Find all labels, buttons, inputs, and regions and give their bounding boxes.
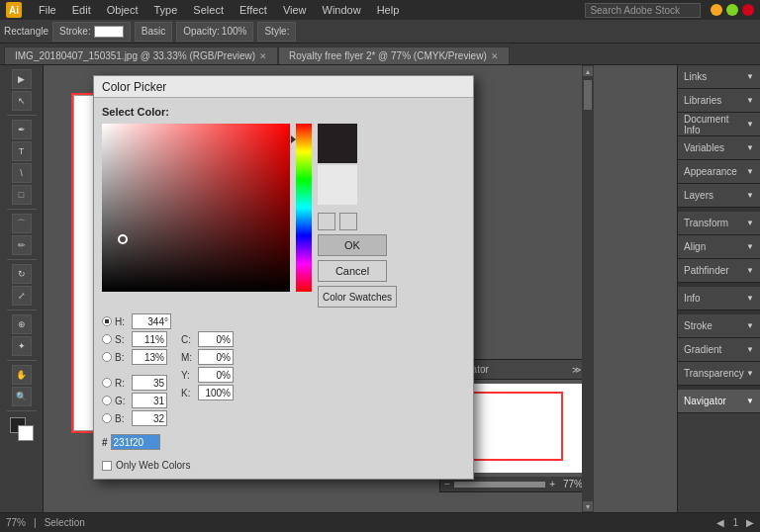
r-input[interactable]: [132, 375, 167, 391]
menu-effect[interactable]: Effect: [237, 4, 270, 16]
eyedropper-tool[interactable]: ✦: [12, 336, 32, 356]
web-colors-checkbox[interactable]: [102, 461, 112, 471]
dialog-title-bar[interactable]: Color Picker: [94, 76, 473, 98]
color-swatches-button[interactable]: Color Swatches: [318, 286, 397, 308]
r-radio[interactable]: [102, 378, 112, 388]
b-input[interactable]: [132, 349, 167, 365]
menu-help[interactable]: Help: [374, 4, 403, 16]
scale-tool[interactable]: ⤢: [12, 286, 32, 306]
panel-transparency[interactable]: Transparency ▼: [678, 362, 760, 386]
panel-gradient[interactable]: Gradient ▼: [678, 338, 760, 362]
artboard-next[interactable]: ▶: [746, 517, 754, 528]
hand-tool[interactable]: ✋: [12, 365, 32, 385]
minimize-button[interactable]: [711, 4, 722, 16]
h-input[interactable]: [132, 313, 171, 329]
hue-slider[interactable]: [296, 124, 312, 292]
hex-input[interactable]: [111, 434, 160, 450]
basic-selector[interactable]: Basic: [135, 22, 172, 42]
panel-layers[interactable]: Layers ▼: [678, 184, 760, 208]
color-selector[interactable]: [10, 417, 34, 441]
zoom-minus-icon[interactable]: −: [444, 479, 450, 489]
close-button[interactable]: [742, 4, 754, 16]
divider-5: [7, 360, 37, 361]
menu-object[interactable]: Object: [104, 4, 142, 16]
scroll-down-arrow[interactable]: ▼: [583, 501, 593, 511]
paintbrush-tool[interactable]: ⌒: [12, 214, 32, 233]
web-colors-label: Only Web Colors: [116, 460, 190, 471]
navigator-expand-icon[interactable]: ≫: [572, 365, 581, 375]
status-zoom: 77%: [6, 517, 26, 528]
panel-links[interactable]: Links ▼: [678, 65, 760, 89]
h-label: H:: [115, 316, 129, 327]
info-arrow: ▼: [746, 294, 754, 303]
scroll-up-arrow[interactable]: ▲: [583, 66, 593, 76]
m-input[interactable]: [198, 349, 234, 365]
scroll-thumb[interactable]: [584, 80, 592, 110]
menu-view[interactable]: View: [280, 4, 310, 16]
tab-jpg[interactable]: IMG_20180407_150351.jpg @ 33.33% (RGB/Pr…: [4, 46, 278, 64]
opacity-field[interactable]: Opacity: 100%: [176, 22, 253, 42]
ok-button[interactable]: OK: [318, 234, 387, 256]
eyedropper-icon[interactable]: ○: [318, 213, 335, 230]
hue-arrow: [291, 135, 296, 143]
maximize-button[interactable]: [726, 4, 738, 16]
y-input[interactable]: [198, 367, 234, 383]
h-input-row: H:: [102, 313, 171, 329]
pen-tool[interactable]: ✒: [12, 120, 32, 139]
g-input[interactable]: [132, 393, 167, 408]
panel-variables[interactable]: Variables ▼: [678, 136, 760, 160]
panel-navigator[interactable]: Navigator ▼: [678, 390, 760, 413]
panel-transform[interactable]: Transform ▼: [678, 212, 760, 235]
panel-appearance[interactable]: Appearance ▼: [678, 160, 760, 184]
k-label: K:: [181, 388, 195, 399]
canvas-area[interactable]: Color Picker Select Color:: [44, 65, 677, 512]
stroke-selector[interactable]: Stroke:: [52, 22, 131, 42]
search-input[interactable]: Search Adobe Stock: [585, 3, 701, 18]
bl-radio[interactable]: [102, 413, 112, 423]
s-input[interactable]: [132, 331, 167, 347]
zoom-slider[interactable]: [454, 482, 545, 488]
cancel-button[interactable]: Cancel: [318, 260, 387, 282]
main-area: ▶ ↖ ✒ T \ □ ⌒ ✏ ↻ ⤢ ⊕ ✦ ✋ 🔍: [0, 65, 760, 512]
pencil-tool[interactable]: ✏: [12, 235, 32, 255]
direct-selection-tool[interactable]: ↖: [12, 91, 32, 111]
zoom-plus-icon[interactable]: +: [549, 479, 555, 489]
b-radio[interactable]: [102, 352, 112, 362]
menu-edit[interactable]: Edit: [69, 4, 94, 16]
k-input[interactable]: [198, 385, 234, 400]
panel-pathfinder[interactable]: Pathfinder ▼: [678, 259, 760, 283]
menu-type[interactable]: Type: [151, 4, 181, 16]
shape-tool[interactable]: □: [12, 185, 32, 205]
color-gradient-field[interactable]: [102, 124, 290, 292]
panel-stroke[interactable]: Stroke ▼: [678, 314, 760, 338]
c-input[interactable]: [198, 331, 234, 347]
h-radio[interactable]: [102, 316, 112, 326]
s-radio[interactable]: [102, 334, 112, 344]
cmyk-inputs: C: M: Y: K:: [181, 331, 234, 426]
menu-window[interactable]: Window: [320, 4, 364, 16]
panel-libraries[interactable]: Libraries ▼: [678, 89, 760, 113]
style-selector[interactable]: Style:: [257, 22, 296, 42]
artboard-num: 1: [732, 517, 738, 528]
tab-jpg-close[interactable]: ✕: [259, 51, 267, 61]
g-radio[interactable]: [102, 396, 112, 405]
line-tool[interactable]: \: [12, 163, 32, 183]
toolbar: Rectangle Stroke: Basic Opacity: 100% St…: [0, 20, 760, 44]
tab-flyer[interactable]: Royalty free flyer 2* @ 77% (CMYK/Previe…: [278, 46, 510, 64]
blend-tool[interactable]: ⊕: [12, 314, 32, 334]
artboard-prev[interactable]: ◀: [716, 517, 724, 528]
bl-input[interactable]: [132, 410, 167, 426]
menu-file[interactable]: File: [36, 4, 59, 16]
type-tool[interactable]: T: [12, 141, 32, 161]
libraries-arrow: ▼: [746, 96, 754, 105]
panel-align[interactable]: Align ▼: [678, 235, 760, 259]
tab-flyer-close[interactable]: ✕: [491, 51, 499, 61]
rotate-tool[interactable]: ↻: [12, 264, 32, 284]
square-icon[interactable]: □: [339, 213, 357, 230]
menu-select[interactable]: Select: [190, 4, 227, 16]
selection-tool[interactable]: ▶: [12, 69, 32, 89]
vertical-scrollbar[interactable]: ▲ ▼: [582, 65, 594, 512]
panel-info[interactable]: Info ▼: [678, 287, 760, 310]
zoom-tool[interactable]: 🔍: [12, 387, 32, 406]
panel-document-info[interactable]: Document Info ▼: [678, 113, 760, 136]
